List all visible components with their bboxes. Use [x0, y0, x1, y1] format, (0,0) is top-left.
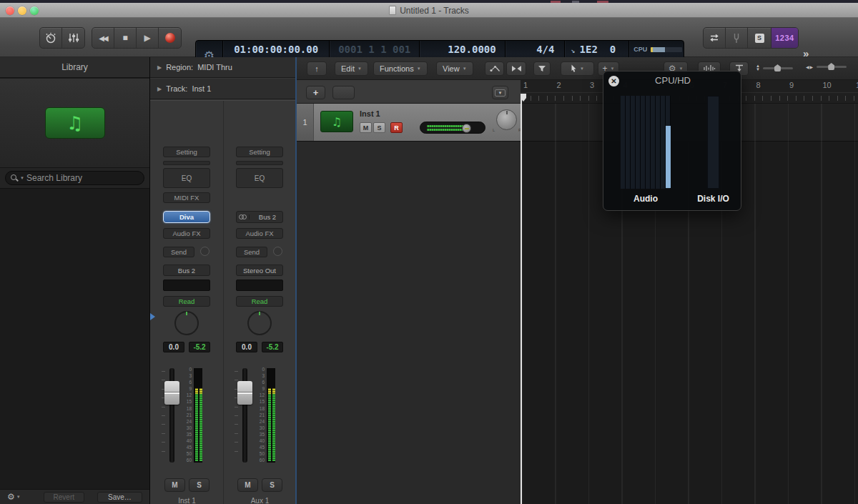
automation-mode-button[interactable]: Read — [236, 296, 283, 307]
flex-button[interactable] — [506, 61, 526, 76]
group-slot[interactable] — [163, 280, 210, 291]
functions-menu-button[interactable]: Functions▼ — [373, 61, 428, 76]
audio-fx-slot[interactable]: Audio FX — [163, 228, 210, 239]
output-slot[interactable]: Stereo Out — [236, 265, 283, 276]
add-track-button[interactable]: + — [306, 86, 325, 99]
fader-handle[interactable] — [164, 381, 179, 405]
strip-divider — [223, 101, 224, 504]
library-knob-button[interactable] — [40, 28, 62, 48]
automation-mode-button[interactable]: Read — [163, 296, 210, 307]
stop-button[interactable]: ■ — [114, 28, 137, 48]
revert-button[interactable]: Revert — [44, 492, 84, 503]
ruler-bar-label: 1 — [523, 81, 528, 89]
output-slot[interactable]: Bus 2 — [163, 265, 210, 276]
count-in-label: 1234 — [775, 34, 794, 42]
vertical-zoom-slider[interactable] — [763, 67, 793, 69]
mixer-button[interactable] — [62, 28, 84, 48]
track1-mute-button[interactable]: M — [360, 122, 372, 133]
track-list-empty-area[interactable] — [297, 142, 521, 504]
left-click-tool-button[interactable]: ▼ — [561, 61, 594, 76]
setting-button[interactable]: Setting — [236, 147, 283, 157]
duplicate-track-button[interactable] — [332, 86, 355, 99]
disclosure-triangle-icon[interactable]: ▶ — [157, 86, 162, 92]
tuner-button[interactable] — [726, 28, 748, 48]
fader-handle[interactable] — [237, 381, 252, 405]
slider-thumb[interactable] — [774, 64, 781, 71]
mute-button[interactable]: M — [164, 478, 185, 492]
input-slot[interactable]: Bus 2 — [236, 211, 283, 223]
group-slot[interactable] — [236, 280, 283, 291]
document-icon — [389, 6, 396, 15]
cpu-hd-title: CPU/HD — [603, 75, 742, 86]
track-inspector-header[interactable]: ▶ Track: Inst 1 — [150, 79, 295, 99]
chevron-down-icon: ▼ — [495, 89, 506, 97]
view-menu-button[interactable]: View▼ — [436, 61, 473, 76]
horizontal-zoom-slider[interactable] — [817, 66, 847, 68]
cycle-button[interactable] — [704, 28, 726, 48]
track1-solo-button[interactable]: S — [373, 122, 385, 133]
solo-button[interactable]: S — [748, 28, 771, 48]
pointer-icon — [571, 64, 577, 73]
strip-name[interactable]: Aux 1 — [225, 497, 295, 504]
search-field[interactable]: ▼ — [5, 171, 144, 185]
pan-knob[interactable] — [247, 311, 272, 335]
track1-record-enable-button[interactable]: R — [390, 122, 403, 133]
send-level-knob[interactable] — [273, 247, 282, 256]
library-action-button[interactable]: ⚙ ▼ — [7, 492, 21, 502]
titlebar[interactable]: Untitled 1 - Tracks — [0, 3, 858, 18]
meter-scale-value: 9 — [189, 387, 192, 392]
edit-menu-button[interactable]: Edit▼ — [335, 61, 368, 76]
playhead[interactable] — [521, 94, 522, 504]
automation-button[interactable] — [485, 61, 504, 76]
search-scope-caret-icon[interactable]: ▼ — [20, 176, 24, 180]
track1-name[interactable]: Inst 1 — [360, 109, 380, 118]
save-button[interactable]: Save… — [97, 492, 142, 503]
pan-value[interactable]: 0.0 — [163, 342, 184, 352]
rewind-button[interactable]: ◀◀ — [92, 28, 114, 48]
track-header-options-button[interactable]: ▼ — [492, 86, 508, 99]
horizontal-zoom-control[interactable]: ◀▶ — [806, 64, 847, 69]
send-slot[interactable]: Send — [236, 247, 267, 257]
volume-slider-thumb[interactable] — [462, 124, 471, 133]
eq-slot[interactable]: EQ — [163, 168, 210, 188]
flex-icon — [511, 65, 522, 72]
pan-value[interactable]: 0.0 — [236, 342, 257, 352]
pan-knob[interactable] — [174, 311, 199, 335]
track1-volume-slider[interactable] — [420, 122, 485, 134]
back-to-project-button[interactable]: ↑ — [307, 61, 327, 76]
midi-in-row: ↘ 1E2 0 — [571, 43, 628, 56]
library-list[interactable] — [0, 189, 149, 489]
audio-fx-slot[interactable]: Audio FX — [236, 228, 283, 239]
search-input[interactable] — [26, 173, 139, 183]
volume-value[interactable]: -5.2 — [189, 342, 210, 352]
solo-button[interactable]: S — [262, 478, 282, 492]
solo-button[interactable]: S — [189, 478, 209, 492]
meter-scale-value: 21 — [187, 413, 192, 418]
mute-button[interactable]: M — [237, 478, 258, 492]
disclosure-triangle-icon[interactable]: ▶ — [157, 64, 162, 71]
play-button[interactable]: ▶ — [137, 28, 159, 48]
cpu-hd-window[interactable]: ✕ CPU/HD Audio Disk I/O — [603, 71, 741, 211]
strip-name[interactable]: Inst 1 — [152, 497, 222, 504]
send-slot[interactable]: Send — [163, 247, 194, 257]
instrument-slot[interactable]: Diva — [163, 211, 210, 223]
mixer-icon — [68, 33, 79, 43]
slider-thumb[interactable] — [828, 63, 834, 70]
midi-fx-slot[interactable]: MIDI FX — [163, 192, 210, 203]
track1-icon[interactable]: ♫ — [320, 111, 353, 132]
tuning-fork-icon — [733, 33, 740, 44]
volume-value[interactable]: -5.2 — [262, 342, 283, 352]
disk-io-meter — [707, 96, 719, 189]
send-level-knob[interactable] — [200, 247, 209, 256]
record-button[interactable] — [159, 28, 181, 48]
vertical-zoom-control[interactable]: ▲▼ — [756, 64, 793, 72]
region-inspector-header[interactable]: ▶ Region: MIDI Thru — [150, 57, 295, 78]
eq-slot[interactable]: EQ — [236, 168, 283, 188]
count-in-button[interactable]: 1234 — [771, 28, 798, 48]
stereo-input-icon — [239, 214, 250, 219]
meter-scale-value: 45 — [187, 445, 192, 450]
region-filter-button[interactable] — [533, 61, 551, 76]
track1-pan-knob[interactable] — [496, 109, 517, 130]
gain-reduction-display — [163, 161, 210, 165]
setting-button[interactable]: Setting — [163, 147, 210, 157]
